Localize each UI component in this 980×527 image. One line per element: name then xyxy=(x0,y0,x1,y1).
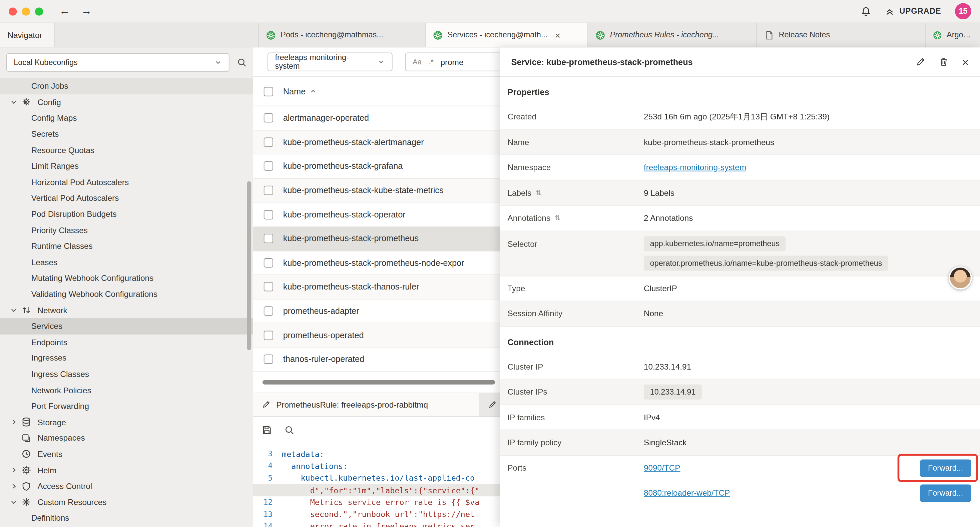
row-checkbox[interactable] xyxy=(264,234,273,243)
sidebar-item-cron-jobs[interactable]: Cron Jobs xyxy=(0,78,253,94)
forward-button[interactable]: → xyxy=(81,5,92,18)
sidebar-item-storage[interactable]: Storage xyxy=(0,414,253,430)
notification-count-badge[interactable]: 15 xyxy=(955,3,971,19)
sidebar-item-secrets[interactable]: Secrets xyxy=(0,126,253,142)
notifications-bell-icon[interactable] xyxy=(861,6,871,17)
sidebar-item-leases[interactable]: Leases xyxy=(0,254,253,270)
name-column-header[interactable]: Name xyxy=(283,87,317,96)
sidebar-item-ingresses[interactable]: Ingresses xyxy=(0,350,253,366)
tab-services[interactable]: Services - icecheng@math... × xyxy=(425,23,587,47)
match-case-toggle[interactable]: Aa xyxy=(413,57,422,66)
sidebar-item-config[interactable]: Config xyxy=(0,94,253,110)
drawer-title: Service: kube-prometheus-stack-prometheu… xyxy=(511,57,693,66)
row-checkbox[interactable] xyxy=(264,113,273,123)
forward-button[interactable]: Forward... xyxy=(920,484,971,502)
cluster-ip-badge: 10.233.14.91 xyxy=(644,384,702,399)
port-row: 9090/TCP Forward... xyxy=(644,455,973,480)
tab-prometheus-rules[interactable]: Prometheus Rules - icecheng... xyxy=(587,23,756,47)
expander-icon[interactable] xyxy=(10,99,18,106)
sidebar-item-label: Vertical Pod Autoscalers xyxy=(31,193,119,203)
property-label: Selector xyxy=(508,231,643,248)
expander-icon[interactable] xyxy=(10,482,18,490)
close-drawer-icon[interactable]: × xyxy=(962,56,969,68)
sidebar-item-access-control[interactable]: Access Control xyxy=(0,478,253,494)
upgrade-button[interactable]: UPGRADE xyxy=(885,7,941,16)
assistant-avatar[interactable] xyxy=(949,266,972,289)
sidebar-item-pod-disruption-budgets[interactable]: Pod Disruption Budgets xyxy=(0,206,253,222)
sidebar-item-helm[interactable]: Helm xyxy=(0,462,253,478)
sidebar-item-endpoints[interactable]: Endpoints xyxy=(0,334,253,350)
delete-icon[interactable] xyxy=(939,57,949,67)
sidebar-item-network[interactable]: Network xyxy=(0,302,253,318)
tab-argo[interactable]: Argo Se xyxy=(925,23,980,47)
tab-pods[interactable]: Pods - icecheng@mathmas... xyxy=(258,23,425,47)
line-number: 5 xyxy=(253,474,282,482)
sidebar-item-port-forwarding[interactable]: Port Forwarding xyxy=(0,398,253,414)
property-label: IP families xyxy=(508,412,643,422)
property-row-cluster-ips: Cluster IPs 10.233.14.91 xyxy=(500,380,980,405)
minimize-window-button[interactable] xyxy=(22,7,30,15)
edit-icon[interactable] xyxy=(916,57,926,67)
close-window-button[interactable] xyxy=(9,7,17,15)
sidebar-item-custom-resources[interactable]: Custom Resources xyxy=(0,494,253,510)
sidebar-item-priority-classes[interactable]: Priority Classes xyxy=(0,222,253,238)
forward-button[interactable]: Forward... xyxy=(920,459,971,477)
sidebar-scrollbar[interactable] xyxy=(247,182,251,350)
sidebar-item-limit-ranges[interactable]: Limit Ranges xyxy=(0,158,253,174)
save-icon[interactable] xyxy=(262,425,272,435)
sidebar-item-runtime-classes[interactable]: Runtime Classes xyxy=(0,238,253,254)
row-checkbox[interactable] xyxy=(264,355,273,364)
editor-search-icon[interactable] xyxy=(285,425,294,435)
sidebar-item-definitions[interactable]: Definitions xyxy=(0,510,253,526)
sidebar-item-namespaces[interactable]: Namespaces xyxy=(0,430,253,446)
sidebar-item-label: Runtime Classes xyxy=(31,242,93,251)
sidebar-item-label: Priority Classes xyxy=(31,226,88,235)
sidebar-item-label: Definitions xyxy=(31,513,69,523)
row-checkbox[interactable] xyxy=(264,282,273,291)
sidebar-item-vertical-pod-autoscalers[interactable]: Vertical Pod Autoscalers xyxy=(0,190,253,206)
kubeconfig-selector[interactable]: Local Kubeconfigs xyxy=(6,53,229,72)
row-checkbox[interactable] xyxy=(264,210,273,219)
expander-icon[interactable] xyxy=(10,466,18,474)
horizontal-scrollbar[interactable] xyxy=(262,380,495,384)
sidebar-item-config-maps[interactable]: Config Maps xyxy=(0,110,253,126)
expander-icon[interactable] xyxy=(10,498,18,506)
line-number: 12 xyxy=(253,498,282,507)
expand-toggle-icon[interactable]: ⇅ xyxy=(555,214,560,222)
sidebar-item-validating-webhook-configurations[interactable]: Validating Webhook Configurations xyxy=(0,286,253,302)
property-row-session-affinity: Session Affinity None xyxy=(500,301,980,326)
sidebar-item-ingress-classes[interactable]: Ingress Classes xyxy=(0,366,253,382)
expander-icon[interactable] xyxy=(10,418,18,426)
tab-release-notes[interactable]: Release Notes xyxy=(756,23,925,47)
close-tab-icon[interactable]: × xyxy=(555,30,560,40)
row-checkbox[interactable] xyxy=(264,186,273,195)
search-icon[interactable] xyxy=(237,57,247,67)
row-checkbox[interactable] xyxy=(264,306,273,315)
namespace-link[interactable]: freeleaps-monitoring-system xyxy=(644,163,746,172)
regex-toggle[interactable]: .* xyxy=(429,57,434,66)
line-text: error rate in freeleaps metrics ser xyxy=(282,522,475,527)
sidebar-item-events[interactable]: Events xyxy=(0,446,253,462)
back-button[interactable]: ← xyxy=(59,5,70,18)
port-link-9090[interactable]: 9090/TCP xyxy=(644,463,681,473)
sidebar-item-network-policies[interactable]: Network Policies xyxy=(0,382,253,398)
titlebar: ← → UPGRADE 15 xyxy=(0,0,980,23)
port-link-8080[interactable]: 8080:reloader-web/TCP xyxy=(644,488,730,498)
line-text: annotations: xyxy=(282,461,348,471)
row-checkbox[interactable] xyxy=(264,258,273,267)
sidebar-item-horizontal-pod-autoscalers[interactable]: Horizontal Pod Autoscalers xyxy=(0,174,253,190)
maximize-window-button[interactable] xyxy=(35,7,43,15)
sidebar-item-resource-quotas[interactable]: Resource Quotas xyxy=(0,142,253,158)
editor-tab-prometheusrule[interactable]: PrometheusRule: freeleaps-prod-rabbitmq xyxy=(253,393,479,416)
expand-toggle-icon[interactable]: ⇅ xyxy=(536,189,541,197)
row-checkbox[interactable] xyxy=(264,331,273,340)
row-checkbox[interactable] xyxy=(264,137,273,147)
sidebar-item-mutating-webhook-configurations[interactable]: Mutating Webhook Configurations xyxy=(0,270,253,286)
namespace-filter[interactable]: freeleaps-monitoring-system xyxy=(267,53,393,71)
row-checkbox[interactable] xyxy=(264,161,273,171)
sidebar-item-services[interactable]: Services xyxy=(0,318,253,334)
select-all-checkbox[interactable] xyxy=(264,87,273,96)
search-input[interactable]: prome xyxy=(440,57,463,66)
navigator-panel-header: Navigator xyxy=(0,23,55,47)
expander-icon[interactable] xyxy=(10,307,18,314)
